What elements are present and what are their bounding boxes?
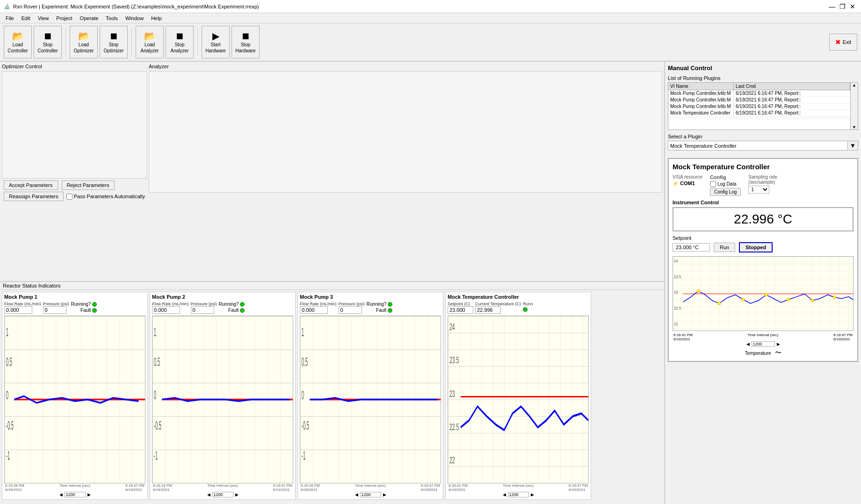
plugin-row-2[interactable]: Mock Pump Controller.lvlib:M 6/19/2021 6… xyxy=(668,97,850,103)
reassign-parameters-button[interactable]: Reassign Parameters xyxy=(4,192,64,201)
main-layout: Optimizer Control Accept Parameters Reje… xyxy=(0,62,861,504)
load-controller-button[interactable]: 📂 LoadController xyxy=(4,26,32,58)
svg-point-44 xyxy=(787,298,790,301)
setpoint-input[interactable] xyxy=(673,243,710,252)
close-button[interactable]: ✕ xyxy=(848,3,857,10)
sampling-rate-select[interactable]: 1 2 5 xyxy=(748,186,769,194)
minimize-button[interactable]: — xyxy=(827,3,837,10)
vi-name-header: VI Name xyxy=(668,83,734,90)
temp-label-row: Temperature 〜 xyxy=(673,349,854,357)
stop-hardware-button[interactable]: ⏹ StopHardware xyxy=(232,26,260,58)
svg-text:-0.5: -0.5 xyxy=(6,419,14,432)
pump3-time-interval: ◀ ▶ xyxy=(300,492,441,497)
last-cmd-header: Last Cmd xyxy=(734,83,850,90)
pump1-flow-value[interactable] xyxy=(4,306,32,314)
pump3-running-row: Running? xyxy=(367,302,393,307)
plugin-controller-box: Mock Temperature Controller VISA resourc… xyxy=(668,158,858,362)
svg-text:0.5: 0.5 xyxy=(6,356,12,369)
stop-controller-button[interactable]: ⏹ StopController xyxy=(34,26,62,58)
pump2-interval-input[interactable] xyxy=(212,492,233,497)
right-chart-time: 6:16:41 PM6/19/2021 Time Interval (sec) … xyxy=(673,333,854,341)
svg-text:-0.5: -0.5 xyxy=(302,419,309,432)
start-hardware-button[interactable]: ▶ StartHardware xyxy=(202,26,230,58)
setpoint-label: Setpoint xyxy=(673,235,854,241)
pump3-flow-value[interactable] xyxy=(300,306,328,314)
pump2-flow-value[interactable] xyxy=(152,306,180,314)
app-icon: 🔬 xyxy=(4,3,10,9)
pump3-interval-arrow: ◀ xyxy=(355,492,358,497)
run-button[interactable]: Run xyxy=(714,243,735,252)
select-plugin-section: Select a Plugin ▼ xyxy=(668,134,858,154)
stop-optimizer-icon: ⏹ xyxy=(109,31,118,42)
right-interval-arrow2: ▶ xyxy=(777,342,780,346)
sampling-rate-label: Sampling rate(sec/sample) xyxy=(748,174,777,185)
right-interval-input[interactable] xyxy=(752,341,775,347)
pump2-chart: 1 0.5 0 -0.5 -1 xyxy=(152,316,293,483)
exit-button[interactable]: ✖ Exit xyxy=(829,34,857,50)
pump1-time-start: 6:15:39 PM6/19/2021 xyxy=(5,483,24,492)
temp-chart: 24 23.5 23 22.5 22 xyxy=(448,316,589,483)
pump1-interval-input[interactable] xyxy=(65,492,86,497)
stopped-button[interactable]: Stopped xyxy=(739,242,773,252)
com-icon: ⚡ xyxy=(673,181,678,186)
stop-analyzer-button[interactable]: ⏹ StopAnalyzer xyxy=(166,26,194,58)
pump1-chart: 1 0.5 0 -0.5 -1 xyxy=(4,316,145,483)
pump2-pressure-group: Pressure (psi) xyxy=(191,302,217,314)
plugin-cmd-3: 6/19/2021 6:16:47 PM, Report:: xyxy=(734,103,850,109)
temp-chart-time: 6:16:41 PM6/19/2021 Time Interval (sec) … xyxy=(448,483,589,492)
pump1-pressure-value[interactable] xyxy=(43,306,66,314)
plugins-list-box: VI Name Last Cmd Mock Pump Controller.lv… xyxy=(668,82,858,130)
plugin-row-1[interactable]: Mock Pump Controller.lvlib:M 6/19/2021 6… xyxy=(668,90,850,97)
reject-parameters-button[interactable]: Reject Parameters xyxy=(62,180,115,190)
menu-tools[interactable]: Tools xyxy=(102,14,122,22)
menu-view[interactable]: View xyxy=(34,14,53,22)
config-log-button[interactable]: Config Log xyxy=(710,188,741,196)
accept-parameters-button[interactable]: Accept Parameters xyxy=(4,180,58,190)
pump3-interval-input[interactable] xyxy=(360,492,381,497)
menu-file[interactable]: File xyxy=(2,14,18,22)
select-plugin-input[interactable] xyxy=(668,141,848,151)
pump2-running-label: Running? xyxy=(219,302,239,307)
maximize-button[interactable]: ❐ xyxy=(838,3,847,10)
plugin-row-4[interactable]: Mock Temperature Controller 6/19/2021 6:… xyxy=(668,110,850,116)
pump2-time-end: 6:16:47 PM6/19/2021 xyxy=(273,483,292,492)
menu-operate[interactable]: Operate xyxy=(76,14,102,22)
plugin-row-6[interactable] xyxy=(668,118,850,119)
scroll-up-arrow[interactable]: ▲ xyxy=(852,83,856,87)
plugin-row-3[interactable]: Mock Pump Controller.lvlib:M 6/19/2021 6… xyxy=(668,103,850,110)
temp-setpoint-value[interactable] xyxy=(448,306,473,314)
temp-running-group: Runn xyxy=(523,302,533,314)
pass-auto-checkbox[interactable] xyxy=(66,194,72,200)
load-optimizer-button[interactable]: 📂 LoadOptimizer xyxy=(70,26,98,58)
pump3-pressure-value[interactable] xyxy=(339,306,362,314)
pump1-flow-label: Flow Rate (mL/min) xyxy=(4,302,41,306)
temp-time-end: 6:16:47 PM6/19/2021 xyxy=(569,483,588,492)
scroll-down-arrow[interactable]: ▼ xyxy=(852,125,856,130)
pump1-chart-time: 6:15:39 PM6/19/2021 Time Interval (sec) … xyxy=(4,483,145,492)
svg-text:22.5: 22.5 xyxy=(449,421,459,432)
instrument-value-box: 22.996 °C xyxy=(673,207,854,231)
analyzer-title: Analyzer xyxy=(149,64,662,69)
pump3-title: Mock Pump 3 xyxy=(300,294,441,300)
instrument-temperature-value: 22.996 °C xyxy=(677,212,849,227)
pump2-interval-arrow2: ▶ xyxy=(235,492,239,497)
menu-help[interactable]: Help xyxy=(147,14,166,22)
menu-edit[interactable]: Edit xyxy=(18,14,34,22)
com-value: COM1 xyxy=(680,180,695,186)
pump3-fault-row: Fault xyxy=(376,308,392,313)
menu-window[interactable]: Window xyxy=(122,14,147,22)
plugin-cmd-4: 6/19/2021 6:16:47 PM, Report:: xyxy=(734,110,850,116)
svg-text:0.5: 0.5 xyxy=(154,356,160,369)
menu-project[interactable]: Project xyxy=(52,14,76,22)
temp-interval-input[interactable] xyxy=(508,492,529,497)
stop-optimizer-button[interactable]: ⏹ StopOptimizer xyxy=(100,26,128,58)
log-data-checkbox[interactable] xyxy=(710,181,716,187)
toolbar-separator-1 xyxy=(65,28,66,56)
plugin-cmd-2: 6/19/2021 6:16:47 PM, Report:: xyxy=(734,97,850,103)
pump2-pressure-value[interactable] xyxy=(191,306,214,314)
plugins-scrollbar[interactable]: ▲ ▼ xyxy=(850,83,858,130)
load-analyzer-button[interactable]: 📂 LoadAnalyzer xyxy=(136,26,164,58)
select-plugin-dropdown-btn[interactable]: ▼ xyxy=(848,141,858,151)
reactor-status-section: Reactor Status Indicators Mock Pump 1 Fl… xyxy=(0,281,664,504)
temp-current-value[interactable] xyxy=(475,306,501,314)
